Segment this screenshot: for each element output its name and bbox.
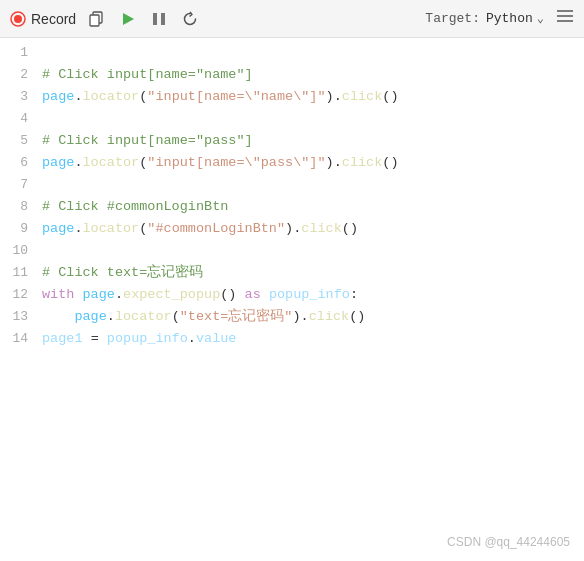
code-line-8: 8 # Click #commonLoginBtn (0, 196, 584, 218)
menu-icon[interactable] (556, 8, 574, 29)
target-label: Target: (425, 11, 480, 26)
code-line-10: 10 (0, 240, 584, 262)
watermark: CSDN @qq_44244605 (447, 535, 570, 549)
svg-point-1 (14, 15, 22, 23)
refresh-icon[interactable] (178, 9, 202, 29)
record-label: Record (31, 11, 76, 27)
chevron-down-icon: ⌄ (537, 11, 544, 26)
code-line-2: 2 # Click input[name="name"] (0, 64, 584, 86)
code-line-14: 14 page1 = popup_info.value (0, 328, 584, 350)
code-line-4: 4 (0, 108, 584, 130)
copy-icon[interactable] (84, 9, 108, 29)
svg-marker-4 (123, 13, 134, 25)
svg-rect-6 (161, 13, 165, 25)
record-icon (10, 11, 26, 27)
code-line-11: 11 # Click text=忘记密码 (0, 262, 584, 284)
code-line-1: 1 (0, 42, 584, 64)
pause-icon[interactable] (148, 9, 170, 29)
app-container: Record (0, 0, 584, 561)
play-icon[interactable] (116, 9, 140, 29)
toolbar-right: Target: Python ⌄ (425, 8, 574, 29)
target-dropdown[interactable]: Python ⌄ (486, 11, 544, 26)
target-value: Python (486, 11, 533, 26)
svg-rect-3 (90, 15, 99, 26)
code-editor: 1 2 # Click input[name="name"] 3 page.lo… (0, 38, 584, 561)
code-line-3: 3 page.locator("input[name=\"name\"]").c… (0, 86, 584, 108)
toolbar-left: Record (10, 9, 425, 29)
code-line-9: 9 page.locator("#commonLoginBtn").click(… (0, 218, 584, 240)
code-line-12: 12 with page.expect_popup() as popup_inf… (0, 284, 584, 306)
toolbar: Record (0, 0, 584, 38)
code-line-7: 7 (0, 174, 584, 196)
code-line-6: 6 page.locator("input[name=\"pass\"]").c… (0, 152, 584, 174)
code-line-13: 13 page.locator("text=忘记密码").click() (0, 306, 584, 328)
record-button[interactable]: Record (10, 11, 76, 27)
code-line-5: 5 # Click input[name="pass"] (0, 130, 584, 152)
svg-rect-5 (153, 13, 157, 25)
